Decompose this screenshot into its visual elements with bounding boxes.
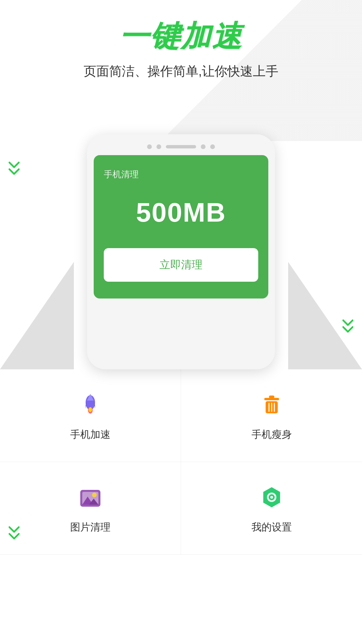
phone-screen-inner: 手机清理 500MB 立即清理	[94, 155, 268, 298]
phone-mb-display: 500MB	[104, 197, 258, 228]
grid-item-speed[interactable]: 手机加速	[0, 369, 181, 462]
hero-title: 一键加速	[13, 20, 349, 53]
trash-icon-container	[257, 389, 287, 420]
svg-rect-7	[269, 396, 274, 398]
grid-item-settings[interactable]: 我的设置	[181, 462, 362, 555]
phone-screen: 手机清理 500MB 立即清理	[94, 155, 268, 298]
settings-icon-container	[257, 482, 287, 512]
phone-section: 手机清理 500MB 立即清理	[0, 141, 362, 369]
feature-grid: 手机加速	[0, 369, 362, 555]
phone-app-title: 手机清理	[104, 169, 258, 180]
svg-point-20	[270, 496, 273, 499]
grid-item-slim[interactable]: 手机瘦身	[181, 369, 362, 462]
svg-point-3	[89, 407, 92, 412]
grid-item-photos-label: 图片清理	[70, 520, 110, 534]
chevron-mid-right	[341, 319, 355, 338]
phone-speaker	[166, 145, 196, 148]
grid-item-speed-label: 手机加速	[70, 428, 110, 442]
svg-rect-6	[264, 398, 279, 400]
phone-dot-left	[147, 144, 152, 149]
photo-icon-container	[75, 482, 105, 512]
grid-item-settings-label: 我的设置	[252, 520, 292, 534]
grid-item-photos[interactable]: 图片清理	[0, 462, 181, 555]
hero-subtitle: 页面简洁、操作简单,让你快速上手	[13, 63, 349, 80]
feature-grid-section: 手机加速	[0, 369, 362, 555]
chevron-mid-left	[7, 161, 21, 179]
chevron-bottom-left	[7, 526, 21, 545]
phone-top-bar	[94, 144, 268, 149]
phone-mockup: 手机清理 500MB 立即清理	[87, 134, 275, 369]
grid-item-slim-label: 手机瘦身	[252, 428, 292, 442]
hero-section: 一键加速 页面简洁、操作简单,让你快速上手	[0, 0, 362, 141]
rocket-icon-container	[75, 389, 105, 420]
svg-point-16	[92, 493, 97, 497]
phone-dot-right-1	[201, 144, 206, 149]
phone-dot-right-2	[210, 144, 215, 149]
phone-dot-center	[156, 144, 161, 149]
clean-button[interactable]: 立即清理	[104, 248, 258, 282]
app-container: ⟫ ⟫ 一键加速 页面简洁、操作简单,让你快速上手	[0, 0, 362, 644]
